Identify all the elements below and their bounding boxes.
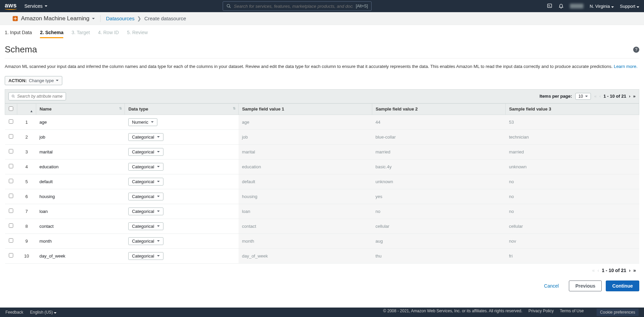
row-sample3: technician: [506, 129, 639, 144]
service-name[interactable]: Amazon Machine Learning: [21, 15, 89, 22]
wizard-buttons: Cancel Previous Continue: [0, 277, 644, 298]
wizard-step: 5. Review: [127, 30, 148, 38]
row-name: housing: [36, 189, 125, 204]
col-sample3: Sample field value 3: [506, 103, 639, 115]
wizard-step[interactable]: 1. Input Data: [5, 30, 32, 38]
caret-down-icon: [157, 196, 160, 197]
row-sample2: thu: [372, 248, 506, 263]
account-name[interactable]: [570, 4, 583, 8]
terms-link[interactable]: Terms of Use: [560, 309, 584, 312]
row-name: contact: [36, 219, 125, 234]
help-button[interactable]: ?: [633, 47, 639, 53]
services-menu[interactable]: Services: [24, 3, 47, 9]
datatype-select[interactable]: Categorical: [128, 237, 163, 245]
page-prev[interactable]: ‹: [597, 268, 599, 273]
datatype-select[interactable]: Numeric: [128, 118, 157, 126]
global-search[interactable]: [Alt+S]: [223, 1, 372, 11]
attribute-search-input[interactable]: [17, 94, 63, 99]
page-description: Amazon ML scanned your input data and in…: [5, 58, 639, 76]
page-range: 1 - 10 of 21: [603, 94, 626, 99]
region-selector[interactable]: N. Virginia: [590, 4, 614, 9]
row-sample1: loan: [239, 204, 372, 219]
support-menu[interactable]: Support: [620, 4, 639, 9]
row-sample3: cellular: [506, 219, 639, 234]
row-sample1: age: [239, 115, 372, 129]
table-row: 6housingCategoricalhousingyesno: [5, 189, 639, 204]
breadcrumb-current: Create datasource: [144, 16, 186, 21]
action-change-type[interactable]: ACTION: Change type: [5, 76, 62, 85]
previous-button[interactable]: Previous: [569, 281, 602, 291]
row-sample2: basic.4y: [372, 159, 506, 174]
row-checkbox[interactable]: [9, 238, 13, 243]
caret-down-icon[interactable]: [92, 18, 95, 19]
feedback-link[interactable]: Feedback: [5, 310, 23, 312]
page-last[interactable]: »: [633, 268, 636, 273]
pagination-bottom: « ‹ 1 - 10 of 21 › »: [592, 268, 636, 273]
wizard-steps: 1. Input Data2. Schema3. Target4. Row ID…: [5, 25, 639, 40]
page-first[interactable]: «: [594, 94, 597, 99]
datatype-select[interactable]: Categorical: [128, 133, 163, 141]
datatype-select[interactable]: Categorical: [128, 208, 163, 215]
svg-point-5: [12, 95, 14, 97]
learn-more-link[interactable]: Learn more.: [614, 64, 638, 69]
cancel-button[interactable]: Cancel: [538, 281, 565, 291]
datatype-select[interactable]: Categorical: [128, 252, 163, 260]
attribute-search[interactable]: [8, 92, 66, 100]
row-checkbox[interactable]: [9, 194, 13, 198]
caret-down-icon: [157, 255, 160, 257]
table-row: 7loanCategoricalloannono: [5, 204, 639, 219]
page-last[interactable]: »: [633, 94, 636, 99]
row-checkbox[interactable]: [9, 119, 13, 124]
search-icon: [226, 4, 231, 8]
row-checkbox[interactable]: [9, 149, 13, 153]
row-checkbox[interactable]: [9, 209, 13, 213]
row-checkbox[interactable]: [9, 134, 13, 139]
row-sample3: no: [506, 174, 639, 189]
wizard-step[interactable]: 2. Schema: [40, 30, 63, 38]
cloudshell-icon[interactable]: [547, 3, 552, 9]
datatype-select[interactable]: Categorical: [128, 178, 163, 186]
row-checkbox[interactable]: [9, 164, 13, 168]
items-per-page-select[interactable]: 10: [575, 93, 591, 100]
items-per-page-label: Items per page:: [539, 94, 572, 99]
row-index: 2: [17, 129, 36, 144]
language-selector[interactable]: English (US): [30, 310, 57, 312]
row-index: 10: [17, 248, 36, 263]
row-sample1: marital: [239, 144, 372, 159]
continue-button[interactable]: Continue: [606, 281, 639, 291]
datatype-select[interactable]: Categorical: [128, 148, 163, 156]
row-checkbox[interactable]: [9, 179, 13, 183]
caret-down-icon: [56, 80, 59, 81]
row-name: default: [36, 174, 125, 189]
col-select-all[interactable]: [5, 103, 17, 115]
page-next[interactable]: ›: [629, 94, 630, 99]
row-name: loan: [36, 204, 125, 219]
aws-logo[interactable]: aws: [5, 2, 17, 10]
privacy-link[interactable]: Privacy Policy: [529, 309, 554, 312]
row-checkbox[interactable]: [9, 253, 13, 258]
row-index: 3: [17, 144, 36, 159]
row-name: age: [36, 115, 125, 129]
page-first[interactable]: «: [592, 268, 595, 273]
page-prev[interactable]: ‹: [599, 94, 601, 99]
breadcrumb-link-datasources[interactable]: Datasources: [106, 16, 134, 21]
svg-line-1: [229, 7, 231, 8]
row-sample1: education: [239, 159, 372, 174]
row-index: 4: [17, 159, 36, 174]
cookie-preferences[interactable]: Cookie preferences: [597, 309, 639, 312]
datatype-select[interactable]: Categorical: [128, 193, 163, 200]
datatype-select[interactable]: Categorical: [128, 222, 163, 230]
select-all-checkbox[interactable]: [9, 106, 13, 111]
row-checkbox[interactable]: [9, 223, 13, 228]
global-footer: Feedback English (US) © 2008 - 2021, Ama…: [0, 308, 644, 312]
col-index[interactable]: [17, 103, 36, 115]
col-name[interactable]: Name: [36, 103, 125, 115]
row-index: 7: [17, 204, 36, 219]
global-search-input[interactable]: [234, 4, 353, 9]
row-sample3: no: [506, 204, 639, 219]
row-name: marital: [36, 144, 125, 159]
datatype-select[interactable]: Categorical: [128, 163, 163, 171]
notifications-icon[interactable]: [558, 3, 564, 9]
page-next[interactable]: ›: [629, 268, 631, 273]
col-datatype[interactable]: Data type: [125, 103, 239, 115]
